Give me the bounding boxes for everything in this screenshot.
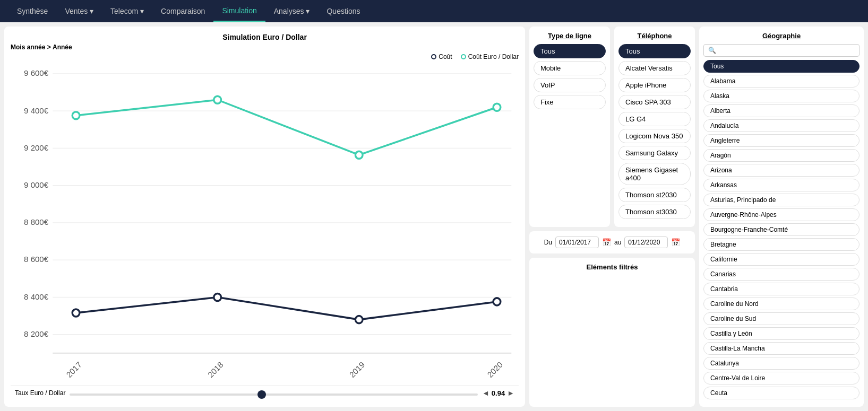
main-content: Simulation Euro / Dollar Mois année > An… (0, 22, 868, 411)
phone-item[interactable]: Logicom Nova 350 (618, 129, 691, 143)
telephone-list: TousAlcatel VersatisApple iPhoneCisco SP… (618, 44, 691, 219)
svg-point-17 (214, 96, 221, 103)
type-item[interactable]: VoIP (534, 78, 606, 92)
breadcrumb-pre: Mois année > (11, 43, 51, 51)
elements-title: Eléments filtrés (534, 263, 691, 271)
elements-panel: Eléments filtrés (529, 258, 695, 407)
svg-point-21 (214, 293, 221, 301)
geo-item[interactable]: Alabama (703, 75, 860, 88)
chart-legend: Coût Coût Euro / Dollar (11, 53, 519, 60)
phone-item[interactable]: LG G4 (618, 112, 691, 126)
telephone-panel: Téléphone TousAlcatel VersatisApple iPho… (614, 27, 695, 227)
geo-item[interactable]: Caroline du Nord (703, 298, 860, 310)
geo-item[interactable]: Tous (703, 60, 860, 73)
phone-item[interactable]: Apple iPhone (618, 78, 691, 92)
geo-item[interactable]: Andalucía (703, 119, 860, 132)
taux-increase-button[interactable]: ► (507, 389, 514, 397)
svg-point-18 (355, 151, 363, 159)
svg-point-23 (493, 298, 501, 305)
svg-text:2020: 2020 (485, 360, 504, 379)
legend-dot-cout-euro (461, 54, 466, 59)
calendar-to-icon[interactable]: 📅 (671, 238, 680, 247)
legend-label-cout: Coût (439, 53, 452, 60)
phone-item[interactable]: Tous (618, 44, 691, 58)
slider-wrap (70, 389, 478, 397)
chart-panel: Simulation Euro / Dollar Mois année > An… (4, 27, 525, 407)
geo-item[interactable]: Angleterre (703, 134, 860, 147)
type-ligne-title: Type de ligne (534, 32, 606, 40)
chart-title: Simulation Euro / Dollar (11, 33, 519, 41)
chart-svg: 9 600€ 9 400€ 9 200€ 9 000€ 8 800€ 8 600… (11, 63, 519, 383)
type-item[interactable]: Tous (534, 44, 606, 58)
svg-text:8 400€: 8 400€ (24, 292, 48, 301)
geo-item[interactable]: Ceuta (703, 387, 860, 399)
svg-point-16 (72, 112, 80, 119)
type-ligne-panel: Type de ligne TousMobileVoIPFixe (529, 27, 610, 227)
geographie-title: Géographie (703, 32, 860, 40)
nav-item-comparaison[interactable]: Comparaison (152, 0, 213, 22)
breadcrumb-current: Année (53, 43, 72, 51)
calendar-from-icon[interactable]: 📅 (602, 238, 611, 247)
geo-item[interactable]: Alberta (703, 104, 860, 117)
svg-point-20 (72, 309, 80, 317)
geo-item[interactable]: Castilla y León (703, 327, 860, 340)
right-panels: Type de ligne TousMobileVoIPFixe Télépho… (529, 27, 864, 407)
geo-item[interactable]: Californie (703, 253, 860, 266)
geo-item[interactable]: Bretagne (703, 238, 860, 251)
nav-item-ventes[interactable]: Ventes ▾ (56, 0, 102, 22)
nav-item-synthèse[interactable]: Synthèse (8, 0, 56, 22)
svg-text:2018: 2018 (206, 360, 225, 379)
geo-item[interactable]: Caroline du Sud (703, 312, 860, 325)
geo-search-input[interactable] (703, 44, 860, 57)
du-label: Du (544, 239, 552, 246)
nav-item-telecom[interactable]: Telecom ▾ (102, 0, 152, 22)
nav-item-questions[interactable]: Questions (318, 0, 368, 22)
taux-label: Taux Euro / Dollar (15, 389, 65, 397)
filter-col-right: Type de ligne TousMobileVoIPFixe Télépho… (529, 27, 695, 407)
geo-item[interactable]: Canarias (703, 268, 860, 281)
geo-item[interactable]: Catalunya (703, 357, 860, 370)
geo-item[interactable]: Bourgogne-Franche-Comté (703, 223, 860, 236)
date-from-input[interactable] (555, 237, 599, 248)
type-ligne-list: TousMobileVoIPFixe (534, 44, 606, 109)
phone-item[interactable]: Alcatel Versatis (618, 61, 691, 75)
geo-item[interactable]: Aragón (703, 149, 860, 162)
telephone-title: Téléphone (618, 32, 691, 40)
geo-list: TousAlabamaAlaskaAlbertaAndalucíaAnglete… (703, 60, 860, 401)
svg-text:9 000€: 9 000€ (24, 180, 48, 189)
geo-item[interactable]: Auvergne-Rhône-Alpes (703, 208, 860, 221)
phone-item[interactable]: Siemens Gigaset a400 (618, 163, 691, 185)
taux-decrease-button[interactable]: ◄ (482, 389, 489, 397)
taux-value: 0.94 (492, 389, 505, 397)
legend-cout-euro: Coût Euro / Dollar (461, 53, 519, 60)
svg-text:8 200€: 8 200€ (24, 329, 48, 338)
phone-item[interactable]: Thomson st2030 (618, 188, 691, 202)
geo-item[interactable]: Castilla-La Mancha (703, 342, 860, 355)
geo-item[interactable]: Cantabria (703, 283, 860, 295)
type-item[interactable]: Fixe (534, 95, 606, 109)
legend-label-cout-euro: Coût Euro / Dollar (468, 53, 519, 60)
type-item[interactable]: Mobile (534, 61, 606, 75)
taux-slider[interactable] (70, 393, 478, 396)
geo-item[interactable]: Alaska (703, 90, 860, 102)
taux-bar: Taux Euro / Dollar ◄ 0.94 ► (11, 385, 519, 400)
nav-item-analyses[interactable]: Analyses ▾ (265, 0, 319, 22)
svg-text:9 200€: 9 200€ (24, 143, 48, 152)
phone-item[interactable]: Thomson st3030 (618, 205, 691, 219)
svg-text:2019: 2019 (348, 360, 366, 379)
date-to-input[interactable] (624, 237, 668, 248)
geo-item[interactable]: Centre-Val de Loire (703, 372, 860, 384)
breadcrumb: Mois année > Année (11, 43, 519, 51)
phone-item[interactable]: Samsung Galaxy (618, 146, 691, 160)
geographie-panel: Géographie TousAlabamaAlaskaAlbertaAndal… (699, 27, 864, 407)
geo-item[interactable]: Arizona (703, 164, 860, 177)
taux-arrows: ◄ 0.94 ► (482, 389, 514, 397)
navigation: SynthèseVentes ▾Telecom ▾ComparaisonSimu… (0, 0, 868, 22)
nav-item-simulation[interactable]: Simulation (213, 0, 265, 22)
chart-area: 9 600€ 9 400€ 9 200€ 9 000€ 8 800€ 8 600… (11, 63, 519, 383)
svg-text:9 600€: 9 600€ (24, 68, 48, 77)
phone-item[interactable]: Cisco SPA 303 (618, 95, 691, 109)
geo-item[interactable]: Arkansas (703, 179, 860, 191)
geo-item[interactable]: Asturias, Principado de (703, 194, 860, 206)
legend-dot-cout (431, 54, 436, 59)
